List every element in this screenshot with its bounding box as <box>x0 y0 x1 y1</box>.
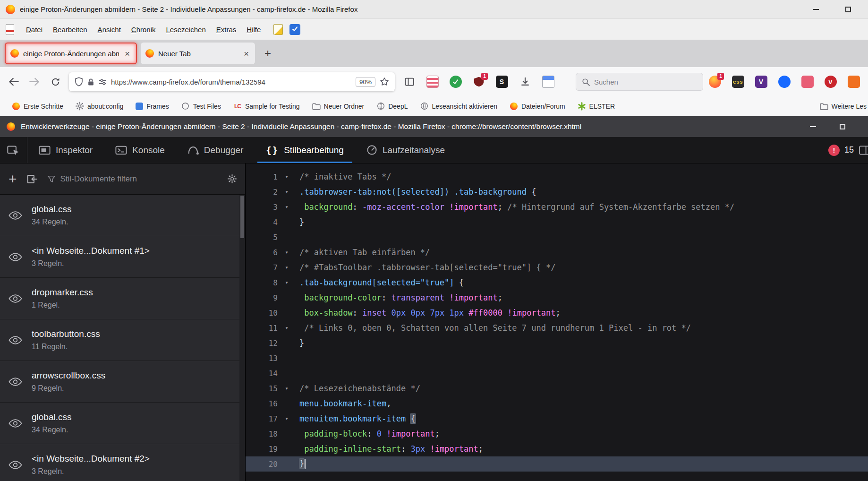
tab-close-icon[interactable]: × <box>123 49 131 58</box>
bookmark-star-icon[interactable] <box>380 77 389 86</box>
stylesheet-item-1[interactable]: global.css34 Regeln. <box>0 195 245 236</box>
stylesheet-filter-input[interactable]: Stil-Dokumente filtern <box>47 174 218 184</box>
code-line-4[interactable]: 4} <box>246 215 868 230</box>
doc-edit-icon[interactable] <box>273 24 283 35</box>
menu-item-chronik[interactable]: Chronik <box>126 23 161 36</box>
menu-item-bearbeiten[interactable]: Bearbeiten <box>48 23 93 36</box>
styleeditor-options-icon[interactable] <box>228 174 237 183</box>
code-line-6[interactable]: 6▾/* aktiven Tab einfärben */ <box>246 245 868 260</box>
visibility-eye-icon[interactable] <box>9 335 22 345</box>
stylesheet-item-6[interactable]: global.css34 Regeln. <box>0 403 245 444</box>
search-input[interactable] <box>594 78 697 86</box>
new-tab-button[interactable]: + <box>257 46 279 61</box>
minimize-button[interactable] <box>813 9 819 10</box>
code-editor[interactable]: 1▾/* inaktive Tabs */2▾.tabbrowser-tab:n… <box>246 163 868 481</box>
fold-arrow[interactable]: ▾ <box>280 385 294 392</box>
stylesheet-item-4[interactable]: toolbarbutton.css11 Regeln. <box>0 319 245 361</box>
code-line-10[interactable]: 10 box-shadow: inset 0px 0px 7px 1px #ff… <box>246 305 868 320</box>
import-stylesheet-button[interactable] <box>26 174 38 184</box>
bookmark-weitere-les[interactable]: Weitere Les <box>815 100 868 112</box>
element-picker-button[interactable] <box>0 137 27 163</box>
visibility-eye-icon[interactable] <box>9 294 22 303</box>
fold-arrow[interactable]: ▾ <box>280 173 294 180</box>
bookmark-elster[interactable]: ELSTER <box>572 100 620 112</box>
notes-extension-button[interactable] <box>422 72 443 91</box>
code-line-12[interactable]: 12} <box>246 335 868 351</box>
visibility-eye-icon[interactable] <box>9 252 22 262</box>
search-bar[interactable] <box>576 73 703 91</box>
zoom-indicator[interactable]: 90% <box>356 77 375 87</box>
stylesheet-item-3[interactable]: dropmarker.css1 Regel. <box>0 278 245 319</box>
back-button[interactable] <box>4 72 24 91</box>
lock-icon[interactable] <box>87 78 94 86</box>
code-line-13[interactable]: 13 <box>246 351 868 366</box>
code-line-18[interactable]: 18 padding-block: 0 !important; <box>246 426 868 441</box>
bookmark-frames[interactable]: Frames <box>130 101 174 112</box>
css-extension-button[interactable]: CSS <box>727 72 749 91</box>
error-badge-icon[interactable]: ! <box>828 145 840 156</box>
fold-arrow[interactable]: ▾ <box>280 204 294 210</box>
wsc-check-icon[interactable] <box>289 24 300 35</box>
visibility-eye-icon[interactable] <box>9 419 22 428</box>
visibility-eye-icon[interactable] <box>9 377 22 387</box>
maximize-button[interactable] <box>845 7 851 12</box>
menu-item-datei[interactable]: Datei <box>21 23 48 36</box>
table-extension-button[interactable] <box>537 72 559 91</box>
edge-extension-button[interactable] <box>843 72 864 91</box>
sidebar-scrollbar[interactable] <box>239 195 245 481</box>
visibility-eye-icon[interactable] <box>9 460 22 470</box>
stylesheet-item-2[interactable]: <in Webseite...Dokument #1>3 Regeln. <box>0 236 245 278</box>
code-line-17[interactable]: 17▾menuitem.bookmark-item { <box>246 411 868 426</box>
code-line-3[interactable]: 3▾ background: -moz-accent-color !import… <box>246 199 868 215</box>
check-extension-button[interactable] <box>445 72 466 91</box>
bookmark-erste-schritte[interactable]: Erste Schritte <box>7 100 68 112</box>
devtools-tab-laufzeitanalyse[interactable]: Laufzeitanalyse <box>355 137 456 163</box>
devtools-tab-konsole[interactable]: Konsole <box>104 137 176 163</box>
url-text[interactable]: https://www.camp-firefox.de/forum/thema/… <box>111 78 351 86</box>
fold-arrow[interactable]: ▾ <box>280 264 294 271</box>
flame-extension-button[interactable]: 1 <box>704 72 725 91</box>
fold-arrow[interactable]: ▾ <box>280 415 294 422</box>
fold-arrow[interactable]: ▾ <box>280 249 294 256</box>
bookmark-about-config[interactable]: about:config <box>70 100 128 112</box>
zip-addon-icon[interactable] <box>6 24 14 35</box>
sidebar-toggle-button[interactable] <box>399 72 420 91</box>
bookmark-deepl[interactable]: DeepL <box>371 100 413 112</box>
stylus-extension-button[interactable]: S <box>491 72 512 91</box>
browser-tab-1[interactable]: einige Proton-Änderungen abm× <box>5 43 137 64</box>
code-line-1[interactable]: 1▾/* inaktive Tabs */ <box>246 169 868 184</box>
stylesheet-item-5[interactable]: arrowscrollbox.css9 Regeln. <box>0 361 245 403</box>
pink-extension-button[interactable] <box>797 72 818 91</box>
permissions-icon[interactable] <box>99 78 107 86</box>
dock-panel-icon[interactable] <box>859 146 868 155</box>
code-line-14[interactable]: 14 <box>246 366 868 381</box>
code-line-16[interactable]: 16menu.bookmark-item, <box>246 396 868 411</box>
fold-arrow[interactable]: ▾ <box>280 189 294 195</box>
code-line-19[interactable]: 19 padding-inline-start: 3px !important; <box>246 441 868 456</box>
fold-arrow[interactable]: ▾ <box>280 279 294 286</box>
v-extension-button[interactable]: V <box>750 72 772 91</box>
devtools-tab-stilbearbeitung[interactable]: {}Stilbearbeitung <box>255 137 355 163</box>
devtools-tab-debugger[interactable]: Debugger <box>176 137 255 163</box>
new-stylesheet-button[interactable]: + <box>9 172 17 186</box>
ublock-extension-button[interactable]: 1 <box>468 72 489 91</box>
bookmark-neuer-ordner[interactable]: Neuer Ordner <box>307 100 370 112</box>
bookmark-test-files[interactable]: Test Files <box>176 100 226 112</box>
code-line-9[interactable]: 9 background-color: transparent !importa… <box>246 290 868 305</box>
visibility-eye-icon[interactable] <box>9 211 22 220</box>
downloads-button[interactable] <box>514 72 536 91</box>
bookmark-sample-for-testing[interactable]: LCSample for Testing <box>228 100 305 112</box>
code-line-7[interactable]: 7▾/* #TabsToolbar .tabbrowser-tab[select… <box>246 260 868 275</box>
tab-close-icon[interactable]: × <box>242 49 250 58</box>
menu-item-ansicht[interactable]: Ansicht <box>93 23 126 36</box>
code-line-20[interactable]: 20} <box>246 456 868 472</box>
bookmark-leseansicht-aktivieren[interactable]: Leseansicht aktivieren <box>415 100 502 112</box>
code-line-11[interactable]: 11▾ /* Links 0, oben 0, Schatten von all… <box>246 320 868 335</box>
url-bar[interactable]: https://www.camp-firefox.de/forum/thema/… <box>69 72 395 91</box>
forward-button[interactable] <box>25 72 44 91</box>
blue-extension-button[interactable] <box>774 72 795 91</box>
code-line-15[interactable]: 15▾/* Lesezeichenabstände */ <box>246 381 868 396</box>
stylesheet-item-7[interactable]: <in Webseite...Dokument #2>3 Regeln. <box>0 444 245 481</box>
bookmark-dateien-forum[interactable]: Dateien/Forum <box>504 100 570 112</box>
code-line-8[interactable]: 8▾.tab-background[selected="true"] { <box>246 275 868 290</box>
